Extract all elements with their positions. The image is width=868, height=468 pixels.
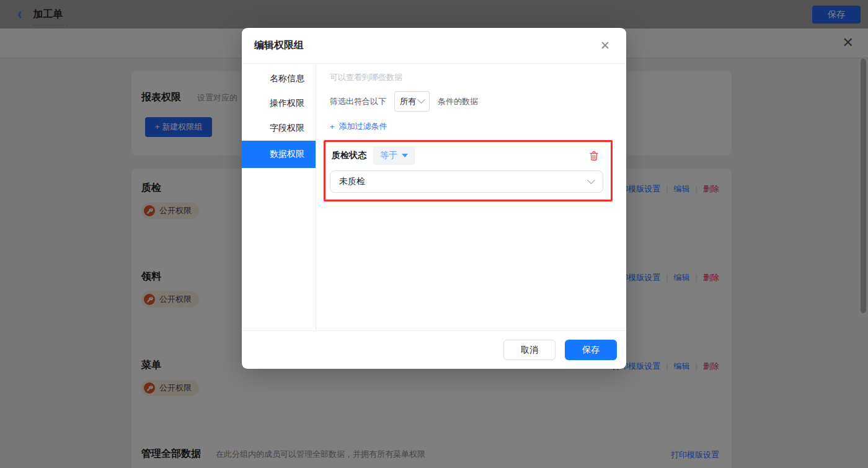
tab-data-permission[interactable]: 数据权限 xyxy=(242,141,316,168)
app-root: ‹ 加工单 保存 ✕ 报表权限 设置对应的「 + 新建权限组 质检 打印模版设置… xyxy=(0,0,868,468)
modal-body: 名称信息 操作权限 字段权限 数据权限 可以查看到哪些数据 筛选出符合以下 所有… xyxy=(242,64,626,330)
filter-suffix-text: 条件的数据 xyxy=(438,96,478,107)
match-mode-value: 所有 xyxy=(400,96,416,107)
condition-value-select[interactable]: 未质检 xyxy=(330,170,603,193)
data-scope-hint: 可以查看到哪些数据 xyxy=(330,72,613,83)
save-button[interactable]: 保存 xyxy=(565,340,617,360)
caret-down-icon xyxy=(402,154,408,157)
edit-permission-group-modal: 编辑权限组 ✕ 名称信息 操作权限 字段权限 数据权限 可以查看到哪些数据 筛选… xyxy=(242,28,626,369)
condition-value: 未质检 xyxy=(339,176,365,187)
condition-row: 质检状态 等于 xyxy=(330,146,603,166)
tab-field-permission[interactable]: 字段权限 xyxy=(242,116,316,141)
delete-condition-icon[interactable] xyxy=(588,150,600,162)
modal-footer: 取消 保存 xyxy=(242,330,626,369)
operator-value: 等于 xyxy=(380,150,397,161)
annotation-highlight-box: 质检状态 等于 xyxy=(324,140,613,201)
match-mode-select[interactable]: 所有 xyxy=(394,91,430,112)
modal-close-icon[interactable]: ✕ xyxy=(600,40,610,51)
tab-name-info[interactable]: 名称信息 xyxy=(242,66,316,91)
operator-dropdown[interactable]: 等于 xyxy=(373,146,415,165)
filter-match-row: 筛选出符合以下 所有 条件的数据 xyxy=(330,91,613,112)
add-filter-condition-link[interactable]: + 添加过滤条件 xyxy=(330,121,388,132)
add-filter-condition-label: 添加过滤条件 xyxy=(339,121,388,132)
modal-header: 编辑权限组 ✕ xyxy=(242,28,626,64)
chevron-down-icon xyxy=(417,95,425,104)
modal-sidebar: 名称信息 操作权限 字段权限 数据权限 xyxy=(242,64,316,330)
cancel-button[interactable]: 取消 xyxy=(503,340,556,360)
filter-prefix-text: 筛选出符合以下 xyxy=(330,96,386,107)
plus-icon: + xyxy=(330,122,335,131)
condition-field-label: 质检状态 xyxy=(332,150,366,161)
chevron-down-icon xyxy=(587,176,595,184)
modal-title: 编辑权限组 xyxy=(254,39,304,52)
tab-operation-permission[interactable]: 操作权限 xyxy=(242,91,316,116)
modal-content: 可以查看到哪些数据 筛选出符合以下 所有 条件的数据 + 添加过滤条件 质检状态 xyxy=(316,64,626,330)
